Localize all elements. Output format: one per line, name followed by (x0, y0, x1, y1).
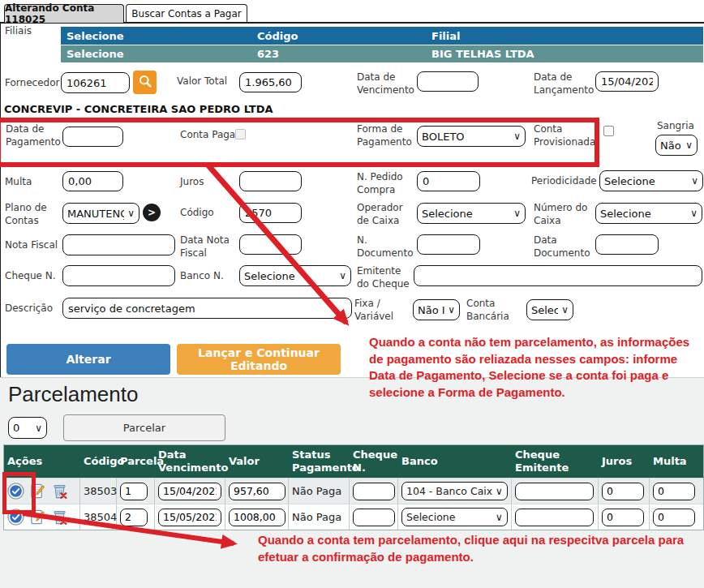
installments-table: Ações Código Parcela Data Vencimento Val… (3, 444, 704, 530)
cheque-emitente-input[interactable] (515, 509, 594, 526)
juros-input[interactable] (602, 509, 644, 526)
numero-caixa-select[interactable]: Selecione∨ (595, 203, 702, 224)
conta-bancaria-label: Conta Bancária (466, 298, 518, 323)
conta-paga-checkbox[interactable] (235, 129, 246, 139)
filiais-header-filial: Filial (426, 27, 703, 45)
header-banco: Banco (398, 445, 512, 478)
edit-icon[interactable] (29, 483, 47, 500)
header-codigo: Código (80, 445, 117, 478)
nota-fiscal-input[interactable] (62, 234, 175, 255)
alterar-button[interactable]: Alterar (6, 344, 170, 375)
chevron-down-icon: ∨ (127, 208, 135, 219)
filiais-header-selecione: Selecione (61, 27, 251, 45)
banco-n-select[interactable]: Selecione∨ (239, 265, 351, 286)
forma-pagamento-select[interactable]: BOLETO∨ (417, 126, 526, 147)
n-documento-input[interactable] (417, 234, 480, 255)
tab-buscar-contas[interactable]: Buscar Contas a Pagar (126, 4, 247, 23)
operador-caixa-select[interactable]: Selecione∨ (417, 203, 526, 224)
multa-input[interactable] (653, 509, 695, 526)
data-vencimento-input[interactable] (158, 483, 221, 500)
data-pagamento-input[interactable] (62, 127, 123, 147)
header-juros: Juros (599, 445, 650, 478)
cheque-emitente-input[interactable] (515, 483, 594, 500)
banco-select[interactable]: 104 - Banco Caixa E∨ (401, 482, 508, 500)
emitente-cheque-input[interactable] (414, 265, 702, 286)
header-cheque-emitente: Cheque Emitente (512, 445, 599, 478)
installments-count-select[interactable]: 0∨ (8, 417, 47, 439)
multa-input[interactable] (653, 483, 695, 500)
cell-codigo: 38503 (80, 478, 117, 504)
filiais-row-selecione[interactable]: Selecione (61, 45, 251, 62)
search-icon (137, 73, 153, 92)
data-documento-input[interactable] (595, 234, 659, 255)
header-data-vencimento: Data Vencimento (155, 445, 225, 478)
juros-label: Juros (180, 176, 204, 189)
search-supplier-button[interactable] (133, 71, 157, 94)
data-nota-fiscal-input[interactable] (239, 234, 302, 255)
juros-input[interactable] (239, 171, 302, 191)
parcelar-button[interactable]: Parcelar (63, 414, 225, 441)
valor-input[interactable] (229, 483, 285, 500)
data-vencimento-input[interactable] (417, 71, 479, 92)
n-pedido-compra-input[interactable] (417, 171, 480, 191)
parcelamento-title: Parcelamento (8, 382, 138, 407)
chevron-down-icon: ∨ (35, 423, 42, 434)
lancar-continuar-button[interactable]: Lançar e Continuar Editando (177, 344, 341, 375)
juros-input[interactable] (602, 483, 644, 500)
annotation-with-installments: Quando a conta tem parcelamento, clique … (258, 532, 704, 565)
conta-paga-label: Conta Paga (180, 129, 235, 142)
supplier-name: CONCREVIP - CONCRETEIRA SAO PEDRO LTDA (4, 103, 273, 115)
header-multa: Multa (650, 445, 703, 478)
fixa-variavel-select[interactable]: Não In∨ (413, 299, 460, 320)
data-nota-fiscal-label: Data Nota Fiscal (180, 234, 235, 260)
codigo-label: Código (180, 207, 214, 220)
filiais-row-filial[interactable]: BIG TELHAS LTDA (426, 45, 703, 62)
alterando-conta-page: Alterando Conta 118025 Buscar Contas a P… (0, 0, 704, 588)
edit-icon[interactable] (29, 509, 47, 526)
data-pagamento-label: Data de Pagamento (6, 123, 64, 148)
fornecedor-input[interactable] (61, 72, 130, 93)
chevron-down-icon: ∨ (448, 304, 455, 315)
expand-plano-button[interactable]: > (143, 204, 161, 221)
cheque-n-input[interactable] (353, 483, 395, 500)
data-lancamento-input[interactable] (595, 71, 659, 92)
chevron-down-icon: ∨ (339, 270, 346, 281)
cheque-n-input[interactable] (62, 265, 175, 286)
parcela-input[interactable] (120, 483, 148, 500)
filiais-row-codigo[interactable]: 623 (251, 45, 426, 62)
chevron-down-icon: ∨ (690, 208, 698, 219)
fornecedor-label: Fornecedor (5, 77, 59, 90)
periodicidade-select[interactable]: Selecione∨ (599, 170, 703, 191)
multa-input[interactable] (62, 171, 123, 191)
descricao-label: Descrição (5, 303, 53, 315)
tab-alterando-conta[interactable]: Alterando Conta 118025 (4, 4, 124, 23)
chevron-down-icon: ∨ (496, 511, 503, 523)
valor-total-input[interactable] (239, 72, 302, 92)
numero-caixa-label: Número do Caixa (534, 202, 597, 227)
header-acoes: Ações (4, 445, 80, 478)
chevron-right-icon: > (148, 207, 156, 218)
data-vencimento-input[interactable] (158, 509, 221, 526)
confirm-payment-icon[interactable] (7, 483, 25, 500)
cell-status: Não Paga (289, 504, 350, 530)
conta-bancaria-select[interactable]: Seleci∨ (526, 299, 573, 320)
sangria-select[interactable]: Não∨ (655, 135, 698, 156)
cheque-n-input[interactable] (353, 509, 395, 526)
plano-contas-select[interactable]: MANUTENÇ∨ (62, 203, 140, 224)
data-documento-label: Data Documento (534, 234, 597, 260)
delete-icon[interactable] (51, 509, 69, 526)
conta-provisionada-checkbox[interactable] (603, 126, 614, 136)
annotation-no-installments: Quando a conta não tem parcelamento, as … (369, 334, 704, 401)
tab-buscar-contas-label: Buscar Contas a Pagar (131, 8, 241, 19)
n-pedido-compra-label: N. Pedido Compra (357, 171, 407, 196)
chevron-down-icon: ∨ (691, 175, 698, 187)
delete-icon[interactable] (51, 483, 69, 500)
parcela-input[interactable] (120, 509, 148, 526)
sangria-label: Sangria (657, 120, 694, 133)
banco-select[interactable]: Selecione∨ (401, 508, 508, 526)
codigo-input[interactable] (239, 203, 302, 223)
valor-input[interactable] (229, 509, 285, 526)
cell-status: Não Paga (289, 478, 350, 504)
descricao-input[interactable] (62, 298, 352, 319)
confirm-payment-icon[interactable] (7, 509, 25, 526)
